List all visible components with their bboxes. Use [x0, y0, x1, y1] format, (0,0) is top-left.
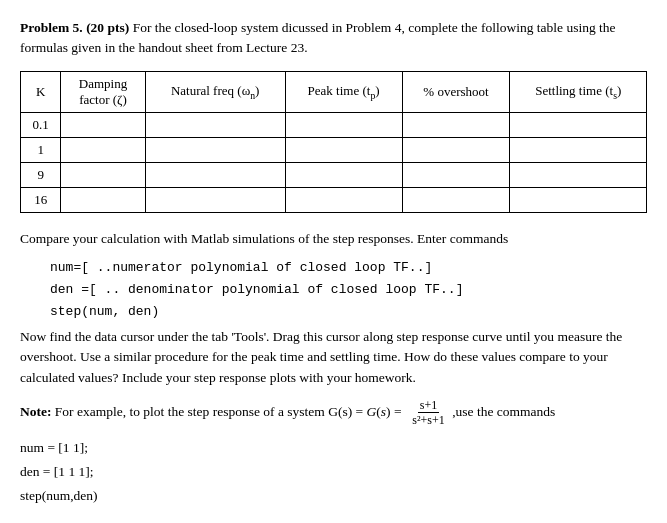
table-row: 16	[21, 187, 647, 212]
overshoot-1	[402, 112, 510, 137]
col-header-settling: Settling time (ts)	[510, 71, 647, 112]
damping-1	[61, 112, 146, 137]
data-table: K Dampingfactor (ζ) Natural freq (ωn) Pe…	[20, 71, 647, 213]
code-line-2: den =[ .. denominator polynomial of clos…	[50, 279, 647, 301]
table-row: 0.1	[21, 112, 647, 137]
fraction-denominator: s²+s+1	[410, 413, 446, 427]
peaktime-2	[285, 137, 402, 162]
damping-4	[61, 187, 146, 212]
peaktime-4	[285, 187, 402, 212]
k-value-3: 9	[21, 162, 61, 187]
s-var: s	[381, 404, 386, 419]
k-value-2: 1	[21, 137, 61, 162]
note-text-content: For example, to plot the step response o…	[55, 404, 363, 419]
bottom-code-line-1: num = [1 1];	[20, 436, 647, 460]
k-value-4: 16	[21, 187, 61, 212]
code-line-3: step(num, den)	[50, 301, 647, 323]
bottom-code-block: num = [1 1]; den = [1 1 1]; step(num,den…	[20, 436, 647, 509]
table-row: 1	[21, 137, 647, 162]
problem-header-text: Problem 5.	[20, 20, 83, 35]
k-value-1: 0.1	[21, 112, 61, 137]
bottom-code-line-3: step(num,den)	[20, 484, 647, 508]
col-header-natfreq: Natural freq (ωn)	[145, 71, 285, 112]
natfreq-1	[145, 112, 285, 137]
bottom-code-line-2: den = [1 1 1];	[20, 460, 647, 484]
peaktime-3	[285, 162, 402, 187]
settling-2	[510, 137, 647, 162]
problem-points: (20 pts)	[86, 20, 129, 35]
settling-1	[510, 112, 647, 137]
g-s-expression: G	[367, 404, 377, 419]
note-line: Note: For example, to plot the step resp…	[20, 398, 647, 428]
math-fraction: s+1 s²+s+1	[410, 398, 446, 428]
now-text: Now find the data cursor under the tab '…	[20, 327, 647, 388]
col-header-overshoot: % overshoot	[402, 71, 510, 112]
col-header-peaktime: Peak time (tp)	[285, 71, 402, 112]
code-line-1: num=[ ..numerator polynomial of closed l…	[50, 257, 647, 279]
natfreq-3	[145, 162, 285, 187]
overshoot-2	[402, 137, 510, 162]
overshoot-4	[402, 187, 510, 212]
settling-3	[510, 162, 647, 187]
natfreq-2	[145, 137, 285, 162]
note-suffix: ,use the commands	[452, 404, 555, 419]
fraction-numerator: s+1	[418, 398, 439, 413]
problem-title: Problem 5. (20 pts)	[20, 20, 129, 35]
compare-intro: Compare your calculation with Matlab sim…	[20, 229, 647, 249]
note-label: Note:	[20, 404, 51, 419]
overshoot-3	[402, 162, 510, 187]
settling-4	[510, 187, 647, 212]
damping-3	[61, 162, 146, 187]
problem-header: Problem 5. (20 pts) For the closed-loop …	[20, 18, 647, 59]
peaktime-1	[285, 112, 402, 137]
table-row: 9	[21, 162, 647, 187]
col-header-damping: Dampingfactor (ζ)	[61, 71, 146, 112]
damping-2	[61, 137, 146, 162]
code-block-1: num=[ ..numerator polynomial of closed l…	[50, 257, 647, 323]
col-header-k: K	[21, 71, 61, 112]
natfreq-4	[145, 187, 285, 212]
